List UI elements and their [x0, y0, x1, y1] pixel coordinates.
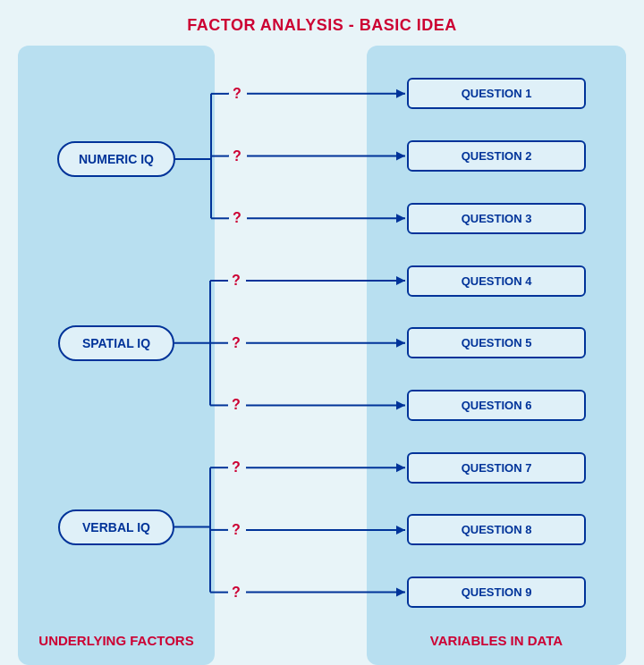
question-9: QUESTION 9 — [407, 577, 586, 608]
svg-text:?: ? — [232, 397, 241, 412]
svg-text:?: ? — [232, 522, 241, 537]
factor-spatial: SPATIAL IQ — [58, 325, 174, 361]
factor-verbal: VERBAL IQ — [58, 509, 174, 545]
question-3: QUESTION 3 — [407, 203, 586, 234]
question-6: QUESTION 6 — [407, 390, 586, 421]
question-1: QUESTION 1 — [407, 78, 586, 109]
svg-text:?: ? — [233, 86, 242, 101]
question-4: QUESTION 4 — [407, 265, 586, 297]
svg-text:?: ? — [232, 335, 241, 350]
page-title: FACTOR ANALYSIS - BASIC IDEA — [187, 16, 456, 35]
question-5: QUESTION 5 — [407, 327, 586, 358]
factors-area: NUMERIC IQ SPATIAL IQ VERBAL IQ — [27, 67, 206, 619]
right-panel: QUESTION 1 QUESTION 2 QUESTION 3 QUESTIO… — [367, 46, 626, 665]
svg-text:?: ? — [233, 148, 242, 164]
question-7: QUESTION 7 — [407, 452, 586, 484]
questions-area: QUESTION 1 QUESTION 2 QUESTION 3 QUESTIO… — [376, 67, 617, 619]
left-panel: NUMERIC IQ SPATIAL IQ VERBAL IQ UNDERLYI… — [18, 46, 215, 665]
svg-text:?: ? — [232, 585, 241, 600]
left-panel-label: UNDERLYING FACTORS — [38, 632, 193, 650]
svg-text:?: ? — [232, 459, 241, 475]
factor-numeric: NUMERIC IQ — [57, 141, 175, 177]
right-panel-label: VARIABLES IN DATA — [430, 632, 563, 650]
question-2: QUESTION 2 — [407, 140, 586, 172]
svg-text:?: ? — [233, 210, 242, 225]
svg-text:?: ? — [232, 273, 241, 288]
question-8: QUESTION 8 — [407, 514, 586, 545]
diagram-wrapper: NUMERIC IQ SPATIAL IQ VERBAL IQ UNDERLYI… — [18, 46, 626, 665]
